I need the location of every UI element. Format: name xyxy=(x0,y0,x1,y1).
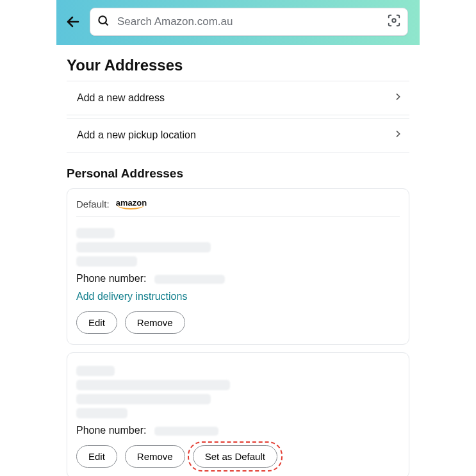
page-title: Your Addresses xyxy=(67,56,409,74)
amazon-logo: amazon xyxy=(116,198,147,209)
default-indicator: Default: amazon xyxy=(76,198,400,217)
app-header xyxy=(56,0,420,45)
svg-point-3 xyxy=(392,19,396,22)
address-details-redacted xyxy=(76,217,400,267)
search-bar[interactable] xyxy=(90,8,408,36)
phone-line: Phone number: xyxy=(76,273,400,284)
personal-addresses-heading: Personal Addresses xyxy=(67,167,409,181)
add-pickup-location-row[interactable]: Add a new pickup location xyxy=(67,118,409,152)
svg-point-1 xyxy=(99,16,106,24)
edit-button[interactable]: Edit xyxy=(76,311,117,334)
address-card: Phone number: Edit Remove Set as Default xyxy=(67,352,409,476)
add-new-address-row[interactable]: Add a new address xyxy=(67,81,409,115)
back-button[interactable] xyxy=(64,13,82,31)
chevron-right-icon xyxy=(393,92,403,104)
default-label: Default: xyxy=(76,199,110,209)
set-as-default-button[interactable]: Set as Default xyxy=(193,445,277,468)
remove-button[interactable]: Remove xyxy=(125,311,185,334)
phone-label: Phone number: xyxy=(76,273,146,284)
address-card-default: Default: amazon Phone number: Add delive… xyxy=(67,188,409,345)
add-new-address-label: Add a new address xyxy=(77,92,165,104)
svg-line-2 xyxy=(106,23,108,26)
phone-label: Phone number: xyxy=(76,425,146,436)
phone-value-redacted xyxy=(154,427,218,436)
phone-value-redacted xyxy=(154,275,225,284)
edit-button[interactable]: Edit xyxy=(76,445,117,468)
phone-line: Phone number: xyxy=(76,425,400,436)
search-icon xyxy=(97,14,110,29)
address-details-redacted xyxy=(76,366,400,418)
chevron-right-icon xyxy=(393,129,403,142)
search-input[interactable] xyxy=(116,15,387,29)
page-content: Your Addresses Add a new address Add a n… xyxy=(0,56,476,476)
remove-button[interactable]: Remove xyxy=(125,445,185,468)
add-pickup-location-label: Add a new pickup location xyxy=(77,129,196,141)
add-delivery-instructions-link[interactable]: Add delivery instructions xyxy=(76,291,187,302)
highlight-annotation: Set as Default xyxy=(193,445,277,468)
camera-scan-icon[interactable] xyxy=(387,13,401,30)
arrow-left-icon xyxy=(65,14,81,29)
